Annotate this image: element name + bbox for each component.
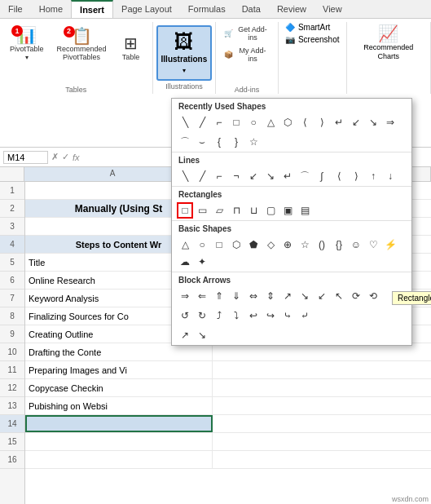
shape-item[interactable]: ↺ (177, 307, 193, 324)
smartart-button[interactable]: 🔷 SmartArt (284, 22, 341, 33)
formula-fx[interactable]: fx (73, 153, 80, 162)
cell-b12[interactable] (213, 379, 431, 396)
shape-item[interactable]: ╲ (177, 114, 193, 130)
shape-item[interactable]: ⌣ (194, 134, 210, 150)
tab-data[interactable]: Data (234, 0, 269, 18)
cell-b15[interactable] (213, 433, 431, 450)
shape-item[interactable]: △ (177, 237, 193, 253)
cell-reference-input[interactable] (3, 151, 48, 164)
shape-item[interactable]: ☆ (245, 134, 262, 150)
pivottable-button[interactable]: 1 📊 PivotTable ▾ (5, 24, 49, 64)
tab-review[interactable]: Review (269, 0, 314, 18)
tab-file[interactable]: File (0, 0, 31, 18)
shape-item[interactable]: □ (211, 237, 227, 253)
shape-item[interactable]: ⇕ (262, 288, 279, 304)
shape-item[interactable]: ⬡ (228, 237, 244, 253)
shape-item[interactable]: ⤶ (297, 307, 313, 324)
shape-item[interactable]: ⬟ (245, 237, 262, 253)
shape-item[interactable]: ⇒ (177, 288, 193, 304)
shape-item[interactable]: ⟲ (365, 288, 381, 304)
shape-item[interactable]: ¬ (228, 168, 244, 184)
shape-item[interactable]: ▤ (297, 202, 313, 219)
tab-formulas[interactable]: Formulas (180, 0, 234, 18)
shape-item[interactable]: ↘ (194, 327, 210, 343)
table-button[interactable]: ⊞ Table (115, 32, 147, 65)
tab-view[interactable]: View (314, 0, 350, 18)
shape-item[interactable]: } (228, 134, 244, 150)
shape-item[interactable]: □ (228, 114, 244, 130)
shape-item[interactable]: () (314, 237, 330, 253)
cell-a10[interactable]: Drafting the Conte (25, 343, 213, 360)
tab-insert[interactable]: Insert (71, 0, 113, 18)
cell-a16[interactable] (25, 451, 213, 468)
shape-item[interactable]: ↙ (348, 114, 364, 130)
shape-item[interactable]: ☆ (297, 237, 313, 253)
shape-item[interactable]: ⌐ (211, 168, 227, 184)
shape-item[interactable]: ↑ (365, 168, 381, 184)
shape-item[interactable]: ⇐ (194, 288, 210, 304)
shape-item[interactable]: ╲ (177, 168, 193, 184)
shape-item[interactable]: ⬡ (279, 114, 296, 130)
shape-item[interactable]: ⌒ (297, 168, 313, 184)
shape-item[interactable]: ✦ (194, 254, 210, 270)
shape-item[interactable]: ▭ (194, 202, 210, 219)
shape-item[interactable]: ↘ (365, 114, 381, 130)
shape-item[interactable]: ⤷ (279, 307, 296, 324)
shape-item[interactable]: ↪ (262, 307, 279, 324)
cell-b10[interactable] (213, 343, 431, 360)
recommended-pivottables-button[interactable]: 2 📋 RecommendedPivotTables (52, 24, 112, 65)
formula-cancel[interactable]: ✗ (51, 152, 59, 162)
shape-item[interactable]: ⊕ (279, 237, 296, 253)
shape-item[interactable]: ⌐ (211, 114, 227, 130)
shape-item[interactable]: △ (262, 114, 279, 130)
shape-item[interactable]: ↵ (331, 114, 347, 130)
shape-item[interactable]: ♡ (365, 237, 381, 253)
cell-a13[interactable]: Pubishing on Websi (25, 397, 213, 414)
shape-item[interactable]: ▢ (262, 202, 279, 219)
shape-item[interactable]: ☁ (177, 254, 193, 270)
shape-item[interactable]: ↘ (262, 168, 279, 184)
screenshot-button[interactable]: 📷 Screenshot (284, 34, 341, 45)
shape-item[interactable]: ⤵ (228, 307, 244, 324)
shape-item[interactable]: ↵ (279, 168, 296, 184)
shape-item[interactable]: ↗ (177, 327, 193, 343)
formula-confirm[interactable]: ✓ (62, 152, 69, 162)
shape-item[interactable]: ○ (245, 114, 262, 130)
recommended-charts-button[interactable]: 📈 Recommended Charts (352, 22, 425, 63)
tab-pagelayout[interactable]: Page Layout (113, 0, 180, 18)
shape-item[interactable]: ⊔ (245, 202, 262, 219)
shape-item[interactable]: ↻ (194, 307, 210, 324)
shape-item[interactable]: ▣ (279, 202, 296, 219)
cell-a11[interactable]: Preparing Images and Vi (25, 361, 213, 378)
cell-b11[interactable] (213, 361, 431, 378)
shape-item[interactable]: ⟩ (314, 114, 330, 130)
shape-rectangle-selected[interactable]: □ (177, 202, 193, 219)
shape-item[interactable]: ▱ (211, 202, 227, 219)
get-addins-button[interactable]: 🛒 Get Add-ins (221, 24, 273, 43)
my-addins-button[interactable]: 📦 My Add-ins (221, 45, 273, 64)
shape-item[interactable]: {} (331, 237, 347, 253)
shape-item[interactable]: ◇ (262, 237, 279, 253)
shape-item[interactable]: ○ (194, 237, 210, 253)
shape-item[interactable]: ↘ (297, 288, 313, 304)
shape-item[interactable]: ⇒ (382, 114, 398, 130)
shape-item[interactable]: ↙ (314, 288, 330, 304)
shape-item[interactable]: ⤴ (211, 307, 227, 324)
cell-b14[interactable] (213, 415, 431, 432)
shape-item[interactable]: ⇓ (228, 288, 244, 304)
shape-item[interactable]: ⚡ (382, 237, 398, 253)
cell-a14[interactable] (25, 415, 213, 432)
shape-item[interactable]: { (211, 134, 227, 150)
cell-a15[interactable] (25, 433, 213, 450)
cell-b13[interactable] (213, 397, 431, 414)
tab-home[interactable]: Home (31, 0, 71, 18)
shape-item[interactable]: ⊓ (228, 202, 244, 219)
shape-item[interactable]: ⟨ (331, 168, 347, 184)
shape-item[interactable]: ⌒ (177, 134, 193, 150)
shape-item[interactable]: ↩ (245, 307, 262, 324)
shape-item[interactable]: ↗ (279, 288, 296, 304)
shape-item[interactable]: ⇔ (245, 288, 262, 304)
shape-item[interactable]: ∫ (314, 168, 330, 184)
shape-item[interactable]: ↖ (331, 288, 347, 304)
shape-item[interactable]: ☺ (348, 237, 364, 253)
